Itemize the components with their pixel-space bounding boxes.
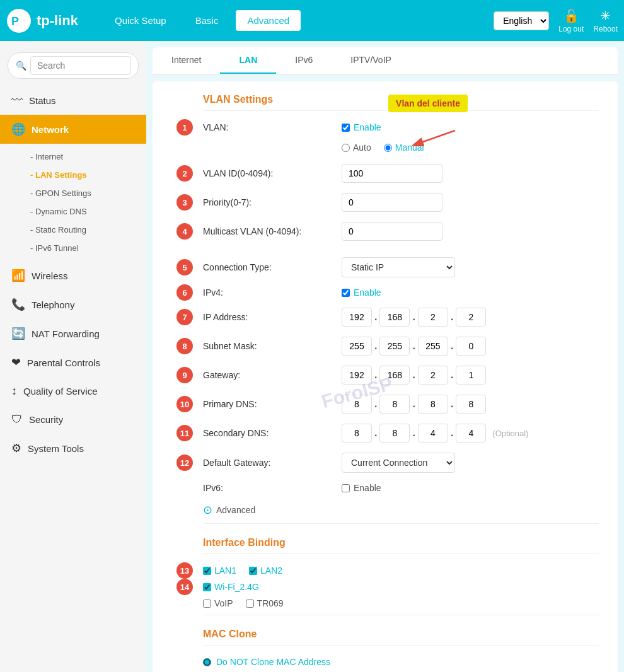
lan2-binding[interactable]: LAN2 [249, 565, 282, 576]
multicast-input[interactable] [342, 222, 442, 241]
sidebar-sub-ddns[interactable]: - Dynamic DNS [19, 202, 146, 221]
parental-icon: ❤ [11, 356, 21, 369]
advanced-toggle[interactable]: ⊙ Advanced [203, 503, 599, 517]
qos-icon: ↕ [11, 385, 17, 398]
sidebar-item-nat[interactable]: 🔄 NAT Forwarding [0, 319, 146, 348]
connection-type-select[interactable]: Static IP [342, 257, 455, 277]
vlan-id-control [342, 164, 599, 183]
sidebar-sub-ipv6tunnel[interactable]: - IPv6 Tunnel [19, 239, 146, 257]
tab-iptv[interactable]: IPTV/VoIP [332, 47, 410, 74]
interface-binding-lan-row: 13 LAN1 LAN2 [203, 565, 599, 576]
subnet-c-input[interactable] [418, 337, 448, 356]
lan1-checkbox[interactable] [203, 567, 211, 575]
search-input[interactable] [30, 56, 131, 75]
ip-b-input[interactable] [379, 308, 410, 327]
step-badge-1: 1 [176, 119, 193, 136]
ipv4-enable-checkbox[interactable] [342, 289, 350, 297]
ip-d-input[interactable] [456, 308, 486, 327]
ipv6-label: IPv6: [203, 483, 342, 493]
ip-c-input[interactable] [418, 308, 448, 327]
mac-clone-title: MAC Clone [203, 629, 599, 646]
header-right: English 🔓 Log out ✳ Reboot [494, 8, 618, 33]
gw-b-input[interactable] [379, 366, 410, 385]
sidebar-item-network[interactable]: 🌐 Network [0, 115, 146, 144]
pdns-b-input[interactable] [379, 395, 410, 414]
default-gw-select[interactable]: Current Connection [342, 453, 455, 473]
wifi-checkbox[interactable] [203, 583, 211, 591]
sidebar-item-security[interactable]: 🛡 Security [0, 405, 146, 434]
annotation-tooltip: Vlan del cliente [388, 95, 468, 112]
ipv6-enable-checkbox[interactable] [342, 484, 350, 492]
lan2-checkbox[interactable] [249, 567, 257, 575]
ipv4-enable-checkbox-label[interactable]: Enable [342, 287, 599, 298]
pdns-a-input[interactable] [342, 395, 372, 414]
subnet-dot-3: . [451, 340, 453, 352]
tab-internet[interactable]: Internet [153, 47, 220, 74]
nav-basic[interactable]: Basic [184, 10, 230, 31]
sidebar-sub-static[interactable]: - Static Routing [19, 221, 146, 239]
lan1-binding[interactable]: LAN1 [203, 565, 236, 576]
search-bar[interactable]: 🔍 [8, 52, 139, 79]
ip-a-input[interactable] [342, 308, 372, 327]
subnet-b-input[interactable] [379, 337, 410, 356]
nav-quick-setup[interactable]: Quick Setup [103, 10, 178, 31]
telephony-icon: 📞 [11, 298, 25, 311]
wifi-binding[interactable]: Wi-Fi_2.4G [203, 582, 259, 592]
vlan-auto-label[interactable]: Auto [342, 142, 371, 153]
sidebar-sub-gpon[interactable]: - GPON Settings [19, 184, 146, 202]
vlan-auto-radio[interactable] [342, 144, 350, 152]
vlan-enable-checkbox-label[interactable]: Enable [342, 122, 599, 132]
main-layout: 🔍 〰 Status 🌐 Network - Internet - LAN Se… [0, 41, 624, 672]
vlan-auto-text: Auto [353, 142, 371, 153]
vlan-manual-radio[interactable] [384, 144, 392, 152]
voip-binding[interactable]: VoIP [203, 598, 233, 608]
mac-radio-1[interactable] [203, 658, 211, 666]
vlan-enable-row: 1 VLAN: Enable [203, 122, 599, 132]
connection-type-row: 5 Connection Type: Static IP [203, 257, 599, 277]
logout-button[interactable]: 🔓 Log out [558, 8, 584, 33]
tr069-binding[interactable]: TR069 [246, 598, 284, 608]
pdns-c-input[interactable] [418, 395, 448, 414]
vlan-enable-checkbox[interactable] [342, 124, 350, 132]
gw-d-input[interactable] [456, 366, 486, 385]
sidebar-item-qos[interactable]: ↕ Quality of Service [0, 377, 146, 405]
gw-a-input[interactable] [342, 366, 372, 385]
sidebar-item-wireless[interactable]: 📶 Wireless [0, 261, 146, 290]
vlan-id-label: VLAN ID(0-4094): [203, 168, 342, 178]
sidebar-item-parental[interactable]: ❤ Parental Controls [0, 348, 146, 377]
sidebar-sub-lan[interactable]: - LAN Settings [19, 166, 146, 184]
subnet-label: Subnet Mask: [203, 341, 342, 351]
sidebar-item-status[interactable]: 〰 Status [0, 86, 146, 115]
sdns-a-input[interactable] [342, 424, 372, 443]
reboot-button[interactable]: ✳ Reboot [593, 8, 618, 33]
multicast-control [342, 222, 599, 241]
sdns-b-input[interactable] [379, 424, 410, 443]
sidebar-sub-internet[interactable]: - Internet [19, 148, 146, 166]
voip-checkbox[interactable] [203, 600, 211, 608]
pdns-d-input[interactable] [456, 395, 486, 414]
ipv4-enable-text: Enable [354, 287, 381, 298]
priority-input[interactable] [342, 193, 442, 212]
sidebar-item-label: Quality of Service [23, 386, 98, 397]
subnet-a-input[interactable] [342, 337, 372, 356]
nav-advanced[interactable]: Advanced [236, 10, 301, 31]
sidebar-item-systemtools[interactable]: ⚙ System Tools [0, 434, 146, 463]
mac-option-1[interactable]: Do NOT Clone MAC Address [203, 657, 599, 667]
sidebar-item-label: Parental Controls [27, 357, 100, 368]
step-badge-13: 13 [176, 562, 193, 579]
vlan-id-input[interactable] [342, 164, 442, 183]
language-select[interactable]: English [494, 11, 549, 30]
systemtools-icon: ⚙ [11, 441, 21, 455]
tr069-checkbox[interactable] [246, 600, 254, 608]
gw-c-input[interactable] [418, 366, 448, 385]
sidebar-item-telephony[interactable]: 📞 Telephony [0, 290, 146, 319]
gateway-label: Gateway: [203, 370, 342, 380]
wireless-icon: 📶 [11, 269, 25, 282]
sdns-d-input[interactable] [456, 424, 486, 443]
sdns-dot-1: . [374, 427, 377, 439]
tab-ipv6[interactable]: IPv6 [276, 47, 332, 74]
step-badge-11: 11 [176, 425, 193, 441]
sdns-c-input[interactable] [418, 424, 448, 443]
tab-lan[interactable]: LAN [220, 47, 276, 74]
subnet-d-input[interactable] [456, 337, 486, 356]
